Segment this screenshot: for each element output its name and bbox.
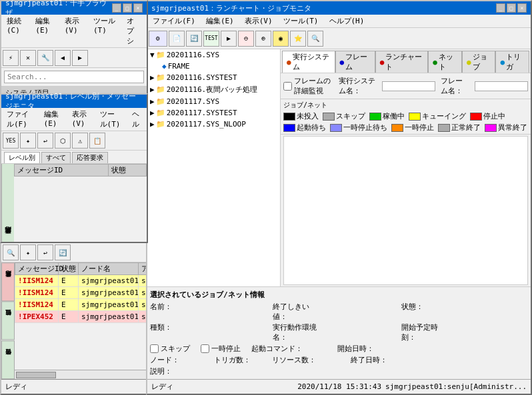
browser-minimize-button[interactable]: _ (112, 3, 121, 13)
lm-menu-file[interactable]: ファイル(F) (4, 109, 36, 130)
job-tree-item-0[interactable]: ▼ 📁 20201116.SYS (147, 49, 280, 61)
sj-exec-node-value (322, 322, 399, 342)
tab-frame[interactable]: ● フレーム (335, 51, 375, 73)
sj-exec-node-label: 実行動作環境名： (273, 322, 319, 342)
bottom-tb-refresh[interactable]: 🔄 (55, 244, 71, 260)
bottom-tb-all[interactable]: ✦ (20, 244, 36, 260)
lm-tb-btn2[interactable]: ✦ (20, 133, 36, 149)
job-monitor-titlebar: sjmgrjpeast01：ランチャート・ジョブモニタ _ □ × (147, 1, 531, 15)
frame-name-input[interactable] (475, 81, 528, 91)
jm-tb-btn4[interactable]: TEST (203, 31, 219, 47)
browser-close-button[interactable]: × (133, 3, 143, 13)
bottom-tb-response[interactable]: ↩ (37, 244, 53, 260)
jm-menu-view[interactable]: 表示(V) (242, 15, 275, 27)
tab-exec-system[interactable]: ● 実行システム (282, 51, 335, 73)
level-monitor-window: sjmgrjpeast01：レベル別・メッセージモニタ ファイル(F) 編集(E… (0, 93, 148, 243)
lm-tb-btn5[interactable]: ⚠ (72, 133, 88, 149)
search-input[interactable] (4, 71, 144, 83)
jm-tb-btn6[interactable]: ⊖ (238, 31, 254, 47)
lm-tab-all[interactable]: すべて (41, 152, 71, 163)
lm-tab-response[interactable]: 応答要求 (72, 152, 108, 163)
lm-tab-level[interactable]: レベル別 (4, 152, 40, 163)
chart-scrollbar[interactable] (284, 284, 527, 285)
jm-tb-btn3[interactable]: 🔄 (186, 31, 202, 47)
sj-status-label: 状態： (401, 302, 448, 322)
tab-trigger[interactable]: ● トリガ (495, 51, 529, 73)
browser-menu-view[interactable]: 表示(V) (62, 15, 85, 47)
jm-tb-btn10[interactable]: 🔍 (307, 31, 323, 47)
tab-runchart[interactable]: ● ランチャート (375, 51, 429, 73)
jm-minimize-button[interactable]: _ (496, 3, 505, 13)
lm-tb-btn6[interactable]: 📋 (89, 133, 105, 149)
jm-menu-help[interactable]: ヘルプ(H) (327, 15, 367, 27)
jm-tb-btn1[interactable]: ⚙ (149, 31, 167, 47)
bottom-scroll-thumb[interactable] (16, 372, 56, 378)
jm-tb-btn7[interactable]: ⊕ (255, 31, 271, 47)
cell-msgid: !IISM124 (15, 287, 59, 299)
senju-browser-window: sjmgrjpeast01：千手ブラウザ _ □ × 接続(C) 編集(E) 表… (0, 0, 148, 97)
browser-tb-btn1[interactable]: ⚡ (3, 50, 19, 66)
legend-row2: 起動待ち 一時停止待ち 一時停止 正常終了 (283, 123, 528, 133)
job-tree-item-2[interactable]: ▶ 📁 20201116.SYSTEST (147, 72, 280, 83)
browser-tb-btn3[interactable]: 🔧 (37, 50, 53, 66)
jm-tb-btn5[interactable]: ▶ (221, 31, 237, 47)
temp-stop-checkbox-label[interactable]: 一時停止 (201, 344, 241, 354)
job-tree-item-5[interactable]: ▶ 📁 20201117.SYSTEST (147, 107, 280, 119)
lm-menu-help[interactable]: ヘル (129, 109, 144, 130)
lm-menu-edit[interactable]: 編集(E) (41, 109, 64, 130)
jm-maximize-button[interactable]: □ (507, 3, 516, 13)
browser-tb-btn4[interactable]: ◀ (55, 50, 71, 66)
frame-detail-label: フレームの詳細監視 (294, 76, 333, 96)
job-tree-item-6[interactable]: ▶ 📁 20201117.SYS_NLOOP (147, 119, 280, 130)
lm-tb-btn1[interactable]: YES (3, 133, 19, 149)
browser-maximize-button[interactable]: □ (123, 3, 132, 13)
jm-menu-edit[interactable]: 編集(E) (203, 15, 237, 27)
temp-stop-checkbox[interactable] (201, 344, 209, 353)
chart-placeholder (284, 137, 527, 284)
lm-menu-view[interactable]: 表示(V) (69, 109, 92, 130)
browser-menu-option[interactable]: オプシ (124, 15, 144, 47)
jm-menu-tool[interactable]: ツール(T) (281, 15, 321, 27)
jm-close-button[interactable]: × (517, 3, 527, 13)
tab-runchart-label: ランチャート (385, 52, 423, 72)
browser-menu-tool[interactable]: ツール(T) (91, 15, 119, 47)
browser-tb-btn5[interactable]: ▶ (72, 50, 88, 66)
frame-detail-checkbox-label[interactable]: フレームの詳細監視 (283, 76, 333, 96)
cell-status: E (59, 275, 79, 287)
job-tree-item-1[interactable]: ◆ FRAME (147, 61, 280, 72)
sj-start-date-label: 開始日時： (337, 344, 374, 354)
legend-color-queuing (409, 113, 421, 121)
chart-area (283, 136, 528, 285)
exec-system-input[interactable] (382, 81, 435, 91)
sj-checkboxes: スキップ 一時停止 起動コマンド： 開始日時： (150, 344, 528, 354)
lm-menu-tool[interactable]: ツール(T) (97, 109, 125, 130)
jm-tb-btn8[interactable]: ◉ (273, 31, 289, 47)
frame-detail-checkbox[interactable] (283, 82, 292, 91)
bottom-status: レディ (5, 382, 27, 392)
lm-tb-btn3[interactable]: ↩ (37, 133, 53, 149)
skip-checkbox[interactable] (150, 344, 159, 353)
browser-menu-edit[interactable]: 編集(E) (33, 15, 56, 47)
frame-monitor-area: フレームの詳細監視 実行システム名： フレーム名： (281, 73, 531, 99)
legend-color-paused (391, 124, 403, 132)
job-tree-item-4[interactable]: ▶ 📁 20201117.SYS (147, 96, 280, 107)
cell-msgid: !IISM124 (15, 299, 59, 311)
jm-tb-btn9[interactable]: ⭐ (290, 31, 306, 47)
tab-trigger-label: トリガ (506, 52, 525, 72)
jm-menu-file[interactable]: ファイル(F) (150, 15, 198, 27)
job-tree-item-3[interactable]: ▶ 📁 20201116.夜間バッチ処理 (147, 83, 280, 96)
legend-label-stopped: 停止中 (483, 111, 505, 121)
lm-tb-btn4[interactable]: ⬡ (55, 133, 71, 149)
tab-net[interactable]: ● ネット (428, 51, 462, 73)
item-icon-1: ◆ (162, 62, 167, 71)
skip-checkbox-label[interactable]: スキップ (150, 344, 190, 354)
legend-color-skip (323, 113, 335, 121)
tab-job[interactable]: ● ジョブ (462, 51, 496, 73)
temp-stop-label: 一時停止 (211, 344, 241, 354)
browser-menu-connect[interactable]: 接続(C) (4, 15, 27, 47)
tab-exec-system-icon: ● (287, 58, 291, 67)
level-monitor-table: メッセージID 状態 (14, 164, 147, 177)
jm-tb-btn2[interactable]: 📄 (169, 31, 185, 47)
bottom-tb-filter[interactable]: 🔍 (3, 244, 19, 260)
browser-tb-btn2[interactable]: ✕ (20, 50, 36, 66)
